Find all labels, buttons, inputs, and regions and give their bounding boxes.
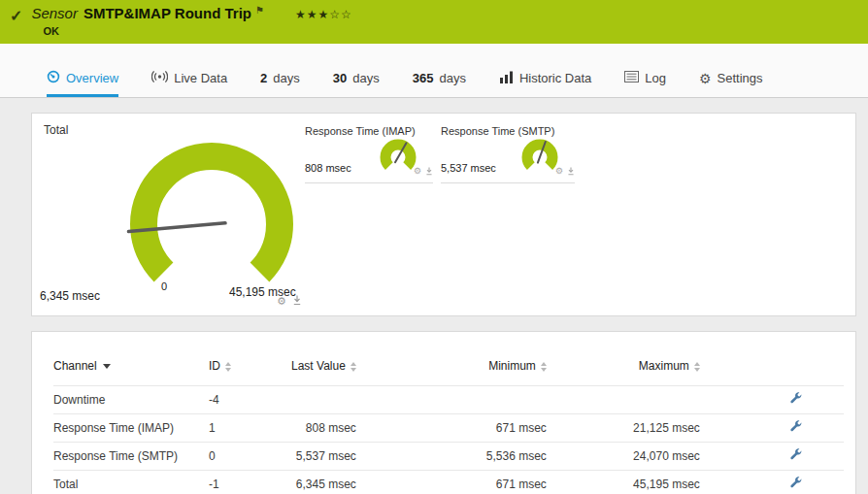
tab-overview[interactable]: Overview [47, 62, 118, 97]
tab-settings-label: Settings [718, 71, 763, 85]
channel-settings-wrench-icon[interactable] [790, 448, 803, 464]
bar-chart-icon [499, 71, 514, 86]
cell-minimum: 5,536 msec [356, 443, 547, 471]
imap-gauge-block: Response Time (IMAP) 808 msec ⚙ [305, 125, 433, 183]
imap-gauge-gear-icon[interactable]: ⚙ [414, 167, 421, 176]
tab-30-days-label: days [352, 71, 379, 85]
total-gauge [110, 127, 314, 300]
sensor-title: SMTP&IMAP Round Trip [83, 5, 251, 21]
smtp-gauge-pin-icon[interactable] [567, 162, 575, 180]
channels-panel: Channel ID Last Value Minimum Maximum Do… [31, 331, 856, 494]
cell-channel: Response Time (IMAP) [53, 414, 209, 443]
sort-icon[interactable] [351, 362, 356, 372]
tab-30-days[interactable]: 30 days [333, 62, 380, 97]
tab-historic-data-label: Historic Data [519, 71, 591, 85]
table-row-downtime[interactable]: Downtime -4 [53, 386, 844, 414]
cell-channel: Total [53, 471, 209, 494]
cell-last-value: 6,345 msec [291, 471, 356, 494]
cell-last-value [291, 386, 356, 414]
column-header-actions [700, 351, 844, 386]
tab-30-days-number: 30 [333, 71, 347, 85]
table-row-imap[interactable]: Response Time (IMAP) 1 808 msec 671 msec… [53, 414, 844, 443]
cell-last-value: 808 msec [291, 414, 356, 443]
column-header-channel[interactable]: Channel [53, 351, 209, 386]
live-data-icon [151, 70, 168, 86]
tab-log[interactable]: Log [624, 62, 666, 97]
tab-bar: Overview Live Data 2 days 30 days 365 da… [0, 44, 868, 98]
cell-id: -4 [209, 386, 291, 414]
cell-channel: Response Time (SMTP) [53, 443, 209, 471]
cell-minimum: 671 msec [356, 414, 547, 443]
smtp-gauge-label: Response Time (SMTP) [441, 125, 575, 137]
tab-365-days[interactable]: 365 days [413, 62, 466, 97]
table-row-total[interactable]: Total -1 6,345 msec 671 msec 45,195 msec [53, 471, 844, 494]
column-header-id[interactable]: ID [209, 351, 291, 386]
cell-maximum: 24,070 msec [547, 443, 700, 471]
smtp-gauge-block: Response Time (SMTP) 5,537 msec ⚙ [441, 125, 575, 183]
tab-2-days[interactable]: 2 days [260, 62, 300, 97]
imap-gauge-label: Response Time (IMAP) [305, 125, 433, 137]
cell-channel: Downtime [53, 386, 209, 414]
imap-gauge-value: 808 msec [305, 162, 351, 174]
tab-2-days-label: days [273, 71, 299, 85]
cell-minimum: 671 msec [356, 471, 547, 494]
overview-icon [47, 70, 60, 86]
tab-live-data[interactable]: Live Data [151, 62, 227, 97]
column-header-minimum[interactable]: Minimum [356, 351, 547, 386]
total-gauge-gear-icon[interactable]: ⚙ [277, 296, 286, 307]
cell-last-value: 5,537 msec [291, 443, 356, 471]
imap-gauge-pin-icon[interactable] [425, 162, 433, 180]
total-gauge-scale-min: 0 [161, 280, 167, 292]
total-gauge-value: 6,345 msec [40, 289, 100, 303]
smtp-gauge-value: 5,537 msec [441, 162, 496, 174]
gear-icon: ⚙ [699, 72, 712, 85]
cell-id: -1 [209, 471, 291, 494]
table-header-row: Channel ID Last Value Minimum Maximum [53, 351, 844, 386]
channel-settings-wrench-icon[interactable] [790, 420, 803, 436]
total-gauge-pin-icon[interactable] [292, 292, 302, 310]
cell-maximum [547, 386, 700, 414]
total-gauge-label: Total [44, 123, 68, 137]
stars-filled[interactable]: ★★★ [295, 8, 329, 21]
stars-empty[interactable]: ☆☆ [329, 8, 352, 21]
sort-icon[interactable] [225, 362, 231, 372]
channel-table: Channel ID Last Value Minimum Maximum Do… [53, 351, 844, 494]
gauges-panel: Total 6,345 msec 0 45,195 msec ⚙ Respons… [31, 113, 856, 316]
tab-overview-label: Overview [66, 71, 118, 85]
priority-stars[interactable]: ★★★☆☆ [295, 8, 352, 21]
tab-365-days-number: 365 [413, 71, 434, 85]
channel-settings-wrench-icon[interactable] [790, 392, 803, 408]
sensor-title-block: Sensor SMTP&IMAP Round Trip ⚑ ★★★☆☆ OK [31, 5, 351, 37]
sort-icon[interactable] [541, 362, 547, 372]
sensor-header: ✓ Sensor SMTP&IMAP Round Trip ⚑ ★★★☆☆ OK [0, 0, 868, 44]
sensor-kind-label: Sensor [31, 5, 78, 21]
status-badge: OK [43, 25, 351, 37]
cell-id: 1 [209, 414, 291, 443]
flag-icon[interactable]: ⚑ [255, 5, 264, 16]
sort-icon[interactable] [694, 362, 700, 372]
tab-live-data-label: Live Data [174, 71, 227, 85]
cell-maximum: 45,195 msec [547, 471, 700, 494]
cell-minimum [356, 386, 547, 414]
channel-settings-wrench-icon[interactable] [790, 477, 803, 492]
smtp-gauge-gear-icon[interactable]: ⚙ [555, 167, 563, 176]
tab-settings[interactable]: ⚙ Settings [699, 62, 763, 97]
status-ok-check-icon: ✓ [10, 7, 22, 25]
tab-365-days-label: days [439, 71, 465, 85]
sort-desc-icon[interactable] [103, 364, 111, 369]
main-content: Total 6,345 msec 0 45,195 msec ⚙ Respons… [0, 98, 868, 494]
cell-id: 0 [209, 443, 291, 471]
column-header-last-value[interactable]: Last Value [291, 351, 356, 386]
tab-2-days-number: 2 [260, 71, 267, 85]
table-row-smtp[interactable]: Response Time (SMTP) 0 5,537 msec 5,536 … [53, 443, 844, 471]
log-list-icon [624, 71, 639, 85]
column-header-maximum[interactable]: Maximum [547, 351, 700, 386]
tab-historic-data[interactable]: Historic Data [499, 62, 591, 97]
tab-log-label: Log [645, 71, 666, 85]
cell-maximum: 21,125 msec [547, 414, 700, 443]
